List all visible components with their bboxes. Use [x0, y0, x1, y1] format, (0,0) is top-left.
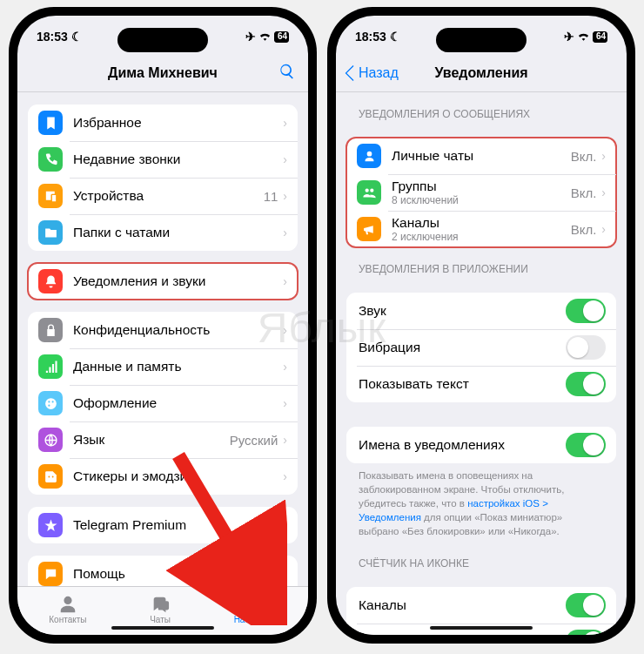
row-label: Личные чаты	[392, 148, 560, 164]
settings-row-star[interactable]: Telegram Premium›	[28, 507, 298, 543]
notif-row-megaphone[interactable]: Каналы2 исключенияВкл.›	[346, 211, 616, 247]
settings-row-lock[interactable]: Конфиденциальность›	[28, 312, 298, 348]
notch	[117, 28, 208, 52]
section-header: УВЕДОМЛЕНИЯ В ПРИЛОЖЕНИИ	[346, 247, 616, 280]
toggle-row: Имена в уведомлениях	[346, 427, 616, 463]
dnd-icon: ☾	[71, 30, 83, 44]
row-label: Конфиденциальность	[73, 322, 272, 338]
group-icon	[357, 180, 381, 205]
palette-icon	[38, 391, 63, 415]
row-trail: 11	[264, 189, 278, 204]
status-time: 18:53	[37, 30, 68, 44]
toggle-switch[interactable]	[566, 433, 606, 457]
chevron-right-icon: ›	[283, 226, 287, 239]
toggle-row: Показывать текст	[346, 366, 616, 402]
settings-row-globe[interactable]: ЯзыкРусский›	[28, 421, 298, 458]
toggle-row: Звук	[346, 293, 616, 329]
toggle-switch[interactable]	[566, 372, 606, 396]
toggle-switch[interactable]	[566, 335, 606, 360]
notifications-content: УВЕДОМЛЕНИЯ О СООБЩЕНИЯХЛичные чатыВкл.›…	[336, 92, 627, 635]
row-label: Звук	[359, 303, 555, 319]
toggle-switch[interactable]	[566, 299, 606, 323]
wifi-icon	[258, 30, 272, 44]
settings-content: Избранное›Недавние звонки›Устройства11›П…	[17, 92, 308, 586]
folder-icon	[38, 220, 63, 245]
bookmark-icon	[38, 111, 63, 135]
back-button[interactable]: Назад	[345, 65, 399, 81]
settings-row-data[interactable]: Данные и память›	[28, 348, 298, 385]
settings-group: Уведомления и звуки›	[28, 263, 298, 300]
chevron-right-icon: ›	[283, 116, 287, 130]
section-footer: Показывать имена в оповещениях на заблок…	[346, 463, 616, 542]
row-label: Группы	[392, 179, 560, 194]
svg-point-3	[48, 404, 50, 406]
tab-settings-label: Настройки	[234, 615, 277, 624]
airplane-icon: ✈︎	[564, 30, 574, 44]
toggle-switch[interactable]	[566, 593, 606, 617]
settings-row-bell[interactable]: Уведомления и звуки›	[28, 263, 298, 300]
back-label: Назад	[359, 65, 399, 81]
row-sublabel: 2 исключения	[392, 231, 560, 243]
status-time: 18:53	[355, 30, 386, 44]
row-label: Показывать текст	[359, 376, 555, 392]
settings-row-sticker[interactable]: Стикеры и эмодзи›	[28, 458, 298, 495]
page-title: Дима Михневич	[108, 65, 218, 81]
row-trail: Вкл.	[571, 185, 597, 200]
dnd-icon: ☾	[390, 30, 401, 44]
settings-row-palette[interactable]: Оформление›	[28, 385, 298, 421]
notif-row-group[interactable]: Группы8 исключенийВкл.›	[346, 174, 616, 211]
chevron-right-icon: ›	[283, 152, 287, 166]
row-label: Каналы	[359, 597, 555, 613]
chevron-right-icon: ›	[283, 469, 287, 483]
settings-row-bookmark[interactable]: Избранное›	[28, 105, 298, 141]
svg-point-6	[51, 475, 53, 477]
row-label: Устройства	[73, 188, 253, 204]
row-trail: Русский	[230, 433, 278, 448]
nav-bar: Дима Михневич	[17, 54, 308, 92]
notif-row-person[interactable]: Личные чатыВкл.›	[346, 138, 616, 174]
phone-left: 18:53 ☾ ✈︎ 64 Дима Михневич Избранное›Не…	[9, 7, 317, 644]
tab-contacts[interactable]: Контакты	[49, 595, 86, 624]
row-sublabel: 8 исключений	[392, 194, 560, 206]
settings-group: Избранное›Недавние звонки›Устройства11›П…	[28, 105, 298, 251]
row-label: Недавние звонки	[73, 152, 272, 167]
tab-chats[interactable]: Чаты	[150, 595, 171, 624]
chevron-right-icon: ›	[283, 567, 287, 581]
chevron-right-icon: ›	[601, 185, 606, 199]
chevron-right-icon: ›	[283, 433, 287, 447]
row-label: Помощь	[73, 566, 272, 582]
settings-row-phone[interactable]: Недавние звонки›	[28, 141, 298, 178]
devices-icon	[38, 184, 63, 208]
search-button[interactable]	[278, 63, 296, 84]
row-label: Данные и память	[73, 359, 272, 374]
battery-icon: 64	[593, 31, 607, 43]
row-label: Число сообщений	[359, 634, 555, 635]
megaphone-icon	[357, 217, 381, 241]
tab-settings[interactable]: Настройки !	[234, 595, 277, 624]
row-label: Папки с чатами	[73, 225, 272, 240]
toggle-switch[interactable]	[566, 630, 606, 635]
row-trail: Вкл.	[571, 149, 597, 164]
chevron-right-icon: ›	[283, 396, 287, 410]
chevron-right-icon: ›	[283, 274, 287, 288]
settings-row-folder[interactable]: Папки с чатами›	[28, 214, 298, 251]
notch	[436, 28, 527, 52]
settings-row-devices[interactable]: Устройства11›	[28, 178, 298, 214]
toggle-row: Каналы	[346, 587, 616, 624]
airplane-icon: ✈︎	[245, 30, 256, 44]
home-indicator	[111, 626, 214, 630]
row-label: Язык	[73, 432, 219, 448]
settings-group: Помощь›?Вопросы о Telegram›Возможности T…	[28, 556, 298, 586]
row-label: Избранное	[73, 115, 272, 131]
person-icon	[357, 144, 381, 168]
svg-point-2	[51, 401, 53, 402]
row-label: Имена в уведомлениях	[359, 437, 555, 453]
row-trail: Вкл.	[571, 222, 597, 237]
chevron-right-icon: ›	[283, 189, 287, 203]
message-notifications-group: Личные чатыВкл.›Группы8 исключенийВкл.›К…	[346, 138, 616, 247]
chevron-right-icon: ›	[601, 222, 606, 236]
settings-row-chat[interactable]: Помощь›	[28, 556, 298, 586]
wifi-icon	[577, 30, 590, 44]
chevron-right-icon: ›	[283, 360, 287, 374]
svg-point-5	[48, 475, 50, 477]
